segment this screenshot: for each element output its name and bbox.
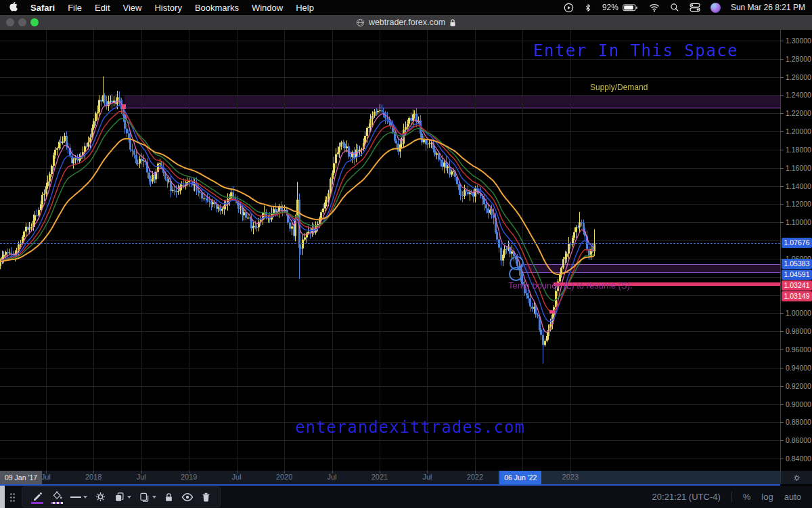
price-tick-label: 0.90000	[786, 400, 811, 408]
log-scale-button[interactable]: log	[761, 492, 773, 502]
price-tick-label: 0.84000	[786, 454, 811, 463]
address-bar[interactable]: webtrader.forex.com	[0, 15, 812, 30]
menu-clock[interactable]: Sun Mar 26 8:21 PM	[731, 3, 805, 12]
time-axis-settings[interactable]	[780, 471, 812, 484]
price-tick-label: 0.88000	[786, 418, 811, 426]
pink-marker-1[interactable]	[121, 104, 126, 109]
apple-menu-icon[interactable]	[9, 1, 18, 14]
price-badge[interactable]: 1.03149	[782, 291, 812, 301]
watermark-text: enterandexittrades.com	[295, 418, 525, 437]
price-tick-label: 1.24000	[786, 91, 811, 99]
auto-scale-button[interactable]: auto	[784, 492, 801, 502]
date-badge[interactable]: 09 Jan '17	[0, 471, 42, 484]
price-tick-label: 1.00000	[786, 309, 811, 317]
menu-file[interactable]: File	[68, 3, 82, 13]
price-tick-label: 1.30000	[786, 37, 811, 45]
price-tick-label: 1.14000	[786, 182, 811, 190]
menu-bookmarks[interactable]: Bookmarks	[195, 3, 239, 13]
toolbar-drag-handle[interactable]	[5, 486, 20, 508]
price-tick-label: 1.16000	[786, 164, 811, 172]
window-title-bar: webtrader.forex.com	[0, 15, 812, 30]
price-tick-label: 1.22000	[786, 109, 811, 117]
time-tick-label: Jul	[41, 473, 51, 481]
trash-icon[interactable]	[201, 492, 211, 503]
fill-color-swatch[interactable]	[51, 502, 63, 504]
price-tick-label: 1.28000	[786, 55, 811, 63]
line-style-icon[interactable]	[70, 496, 87, 499]
price-tick-label: 1.12000	[786, 200, 811, 208]
price-tick-label: 1.20000	[786, 127, 811, 135]
menu-status-area: 92% Sun Mar 26 8:21 PM	[564, 3, 812, 13]
price-badge[interactable]: 1.04591	[782, 270, 812, 280]
gear-icon[interactable]	[95, 491, 106, 503]
price-axis[interactable]: 1.300001.280001.260001.240001.220001.200…	[780, 30, 812, 471]
drawing-toolbar: 20:21:21 (UTC-4) % log auto	[0, 486, 812, 508]
candlestick-chart-canvas[interactable]	[0, 30, 780, 471]
menu-view[interactable]: View	[123, 3, 142, 13]
menu-edit[interactable]: Edit	[95, 3, 110, 13]
price-tick-label: 1.18000	[786, 146, 811, 154]
chevron-down-icon	[83, 496, 87, 499]
time-tick-label: 2023	[562, 473, 579, 481]
date-badge[interactable]: 06 Jun '22	[499, 471, 541, 484]
toolbar-edge-strip	[0, 486, 5, 508]
siri-icon[interactable]	[710, 3, 721, 13]
wifi-icon[interactable]	[649, 3, 660, 12]
control-center-icon[interactable]	[690, 3, 700, 12]
menu-items: SafariFileEditViewHistoryBookmarksWindow…	[0, 1, 314, 14]
menu-history[interactable]: History	[154, 3, 181, 13]
price-tick-label: 0.86000	[786, 436, 811, 444]
price-tick-label: 0.92000	[786, 382, 811, 390]
battery-status[interactable]: 92%	[602, 3, 639, 12]
pink-marker-2[interactable]	[549, 310, 555, 314]
current-price-line	[0, 243, 780, 244]
macos-menu-bar: SafariFileEditViewHistoryBookmarksWindow…	[0, 0, 812, 15]
price-tick-label: 0.96000	[786, 345, 811, 354]
pages-icon[interactable]	[139, 492, 156, 503]
gear-icon	[792, 473, 801, 482]
battery-percent-label: 92%	[602, 3, 618, 12]
bluetooth-icon[interactable]	[584, 3, 592, 13]
time-tick-label: 2019	[181, 473, 197, 481]
chevron-down-icon	[127, 496, 131, 499]
ellipse-drawing-2[interactable]	[509, 267, 523, 281]
enter-in-this-space-annotation[interactable]: Enter In This Space	[533, 41, 738, 60]
price-badge[interactable]: 1.05383	[782, 259, 812, 269]
eye-icon[interactable]	[181, 492, 194, 502]
time-axis[interactable]: Jul2018Jul2019Jul2020Jul2021Jul202220230…	[0, 471, 812, 484]
price-badge[interactable]: 1.07676	[782, 238, 812, 248]
globe-icon	[356, 18, 365, 27]
drawing-tools-panel	[22, 486, 221, 507]
spotlight-search-icon[interactable]	[670, 3, 679, 12]
divider	[731, 492, 732, 502]
percent-scale-button[interactable]: %	[743, 492, 751, 502]
price-tick-label: 0.94000	[786, 364, 811, 372]
price-tick-label: 1.26000	[786, 73, 811, 81]
temp-bounce-note[interactable]: Temp bounce (L) to resume (S).	[508, 280, 633, 291]
price-tick-label: 1.10000	[786, 218, 811, 226]
trading-chart[interactable]: Enter In This Space Supply/Demand Temp b…	[0, 30, 812, 471]
time-tick-label: Jul	[422, 473, 432, 481]
time-tick-label: 2021	[371, 473, 388, 481]
url-text: webtrader.forex.com	[369, 18, 445, 27]
paint-bucket-icon[interactable]	[51, 490, 63, 504]
chevron-down-icon	[152, 496, 156, 499]
time-tick-label: 2022	[467, 473, 483, 481]
time-tick-label: Jul	[137, 473, 146, 481]
menu-safari[interactable]: Safari	[30, 3, 55, 13]
menu-window[interactable]: Window	[252, 3, 283, 13]
time-tick-label: 2020	[276, 473, 292, 481]
play-circle-icon[interactable]	[564, 3, 574, 13]
chart-status-bar: 20:21:21 (UTC-4) % log auto	[652, 492, 812, 502]
time-tick-label: Jul	[232, 473, 242, 481]
price-tick-label: 0.98000	[786, 327, 811, 335]
lock-icon[interactable]	[164, 492, 174, 503]
supply-demand-label[interactable]: Supply/Demand	[590, 83, 648, 92]
time-tick-label: Jul	[327, 473, 336, 481]
menu-help[interactable]: Help	[296, 3, 314, 13]
pencil-icon[interactable]	[31, 490, 43, 504]
lock-icon	[449, 18, 456, 27]
layers-icon[interactable]	[114, 492, 131, 503]
line-color-swatch[interactable]	[31, 502, 43, 504]
price-badge[interactable]: 1.03241	[782, 280, 812, 291]
